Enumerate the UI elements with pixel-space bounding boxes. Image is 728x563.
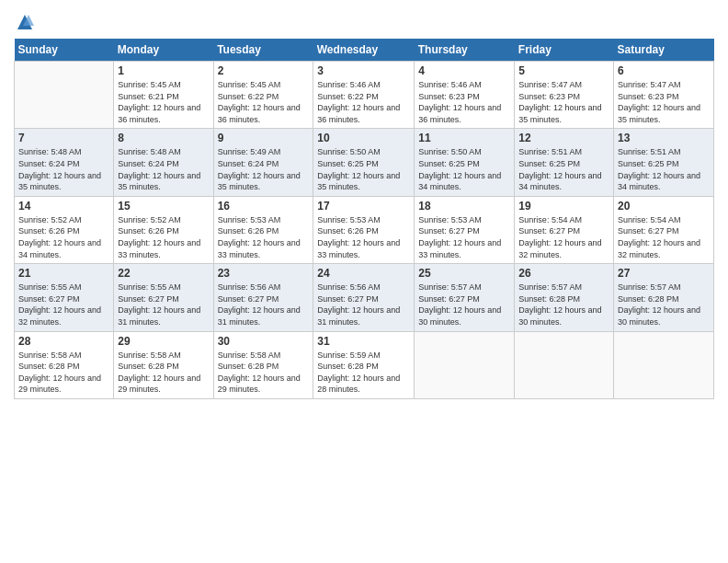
day-number: 9 <box>218 132 310 144</box>
calendar-cell: 27 Sunrise: 5:57 AMSunset: 6:28 PMDaylig… <box>614 264 714 331</box>
calendar-cell: 17 Sunrise: 5:53 AMSunset: 6:26 PMDaylig… <box>313 196 415 263</box>
day-number: 8 <box>118 132 209 144</box>
day-number: 16 <box>218 200 310 213</box>
day-number: 24 <box>317 267 410 280</box>
calendar-cell: 25 Sunrise: 5:57 AMSunset: 6:27 PMDaylig… <box>415 264 515 331</box>
day-info: Sunrise: 5:53 AMSunset: 6:27 PMDaylight:… <box>418 215 501 259</box>
calendar-cell: 30 Sunrise: 5:58 AMSunset: 6:28 PMDaylig… <box>213 331 313 398</box>
calendar-week-row: 21 Sunrise: 5:55 AMSunset: 6:27 PMDaylig… <box>15 264 714 331</box>
day-info: Sunrise: 5:52 AMSunset: 6:26 PMDaylight:… <box>118 215 200 259</box>
day-number: 27 <box>618 267 710 280</box>
day-number: 3 <box>317 64 410 77</box>
day-number: 18 <box>418 200 510 213</box>
day-info: Sunrise: 5:45 AMSunset: 6:21 PMDaylight:… <box>118 80 200 124</box>
day-number: 5 <box>518 64 609 77</box>
day-number: 15 <box>118 200 209 213</box>
calendar-day-header: Monday <box>114 39 213 62</box>
calendar-cell: 13 Sunrise: 5:51 AMSunset: 6:25 PMDaylig… <box>614 129 714 196</box>
day-info: Sunrise: 5:53 AMSunset: 6:26 PMDaylight:… <box>317 215 400 259</box>
day-number: 29 <box>118 335 209 348</box>
calendar-day-header: Friday <box>515 39 614 62</box>
calendar-cell: 12 Sunrise: 5:51 AMSunset: 6:25 PMDaylig… <box>515 129 614 196</box>
day-info: Sunrise: 5:56 AMSunset: 6:27 PMDaylight:… <box>218 282 301 327</box>
day-number: 20 <box>618 200 710 213</box>
calendar-week-row: 28 Sunrise: 5:58 AMSunset: 6:28 PMDaylig… <box>15 331 714 398</box>
calendar-cell: 19 Sunrise: 5:54 AMSunset: 6:27 PMDaylig… <box>515 196 614 263</box>
day-number: 25 <box>418 267 510 280</box>
calendar-cell: 16 Sunrise: 5:53 AMSunset: 6:26 PMDaylig… <box>213 196 313 263</box>
day-number: 28 <box>18 335 109 348</box>
calendar-header-row: SundayMondayTuesdayWednesdayThursdayFrid… <box>15 39 714 62</box>
calendar-cell: 10 Sunrise: 5:50 AMSunset: 6:25 PMDaylig… <box>313 129 415 196</box>
day-number: 2 <box>218 64 310 77</box>
calendar-day-header: Tuesday <box>213 39 313 62</box>
calendar-day-header: Saturday <box>614 39 714 62</box>
day-info: Sunrise: 5:47 AMSunset: 6:23 PMDaylight:… <box>618 80 700 124</box>
calendar-cell <box>614 331 714 398</box>
day-number: 7 <box>18 132 109 144</box>
day-info: Sunrise: 5:55 AMSunset: 6:27 PMDaylight:… <box>118 282 200 327</box>
day-info: Sunrise: 5:55 AMSunset: 6:27 PMDaylight:… <box>18 282 101 327</box>
day-info: Sunrise: 5:50 AMSunset: 6:25 PMDaylight:… <box>317 147 400 191</box>
calendar-day-header: Thursday <box>415 39 515 62</box>
page-container: SundayMondayTuesdayWednesdayThursdayFrid… <box>0 0 728 404</box>
calendar-cell: 23 Sunrise: 5:56 AMSunset: 6:27 PMDaylig… <box>213 264 313 331</box>
day-info: Sunrise: 5:53 AMSunset: 6:26 PMDaylight:… <box>218 215 301 259</box>
calendar-cell: 9 Sunrise: 5:49 AMSunset: 6:24 PMDayligh… <box>213 129 313 196</box>
calendar-cell: 14 Sunrise: 5:52 AMSunset: 6:26 PMDaylig… <box>15 196 114 263</box>
day-number: 30 <box>218 335 310 348</box>
calendar-table: SundayMondayTuesdayWednesdayThursdayFrid… <box>14 39 714 399</box>
day-info: Sunrise: 5:48 AMSunset: 6:24 PMDaylight:… <box>18 147 101 191</box>
day-info: Sunrise: 5:45 AMSunset: 6:22 PMDaylight:… <box>218 80 301 124</box>
calendar-cell: 7 Sunrise: 5:48 AMSunset: 6:24 PMDayligh… <box>15 129 114 196</box>
day-number: 4 <box>418 64 510 77</box>
calendar-cell <box>515 331 614 398</box>
day-info: Sunrise: 5:58 AMSunset: 6:28 PMDaylight:… <box>118 350 200 395</box>
calendar-day-header: Sunday <box>15 39 114 62</box>
calendar-cell: 3 Sunrise: 5:46 AMSunset: 6:22 PMDayligh… <box>313 62 415 129</box>
calendar-cell: 22 Sunrise: 5:55 AMSunset: 6:27 PMDaylig… <box>114 264 213 331</box>
calendar-cell: 1 Sunrise: 5:45 AMSunset: 6:21 PMDayligh… <box>114 62 213 129</box>
day-info: Sunrise: 5:52 AMSunset: 6:26 PMDaylight:… <box>18 215 101 259</box>
calendar-cell: 20 Sunrise: 5:54 AMSunset: 6:27 PMDaylig… <box>614 196 714 263</box>
day-info: Sunrise: 5:58 AMSunset: 6:28 PMDaylight:… <box>18 350 101 395</box>
day-info: Sunrise: 5:59 AMSunset: 6:28 PMDaylight:… <box>317 350 400 395</box>
day-info: Sunrise: 5:48 AMSunset: 6:24 PMDaylight:… <box>118 147 200 191</box>
day-number: 23 <box>218 267 310 280</box>
day-info: Sunrise: 5:46 AMSunset: 6:22 PMDaylight:… <box>317 80 400 124</box>
day-info: Sunrise: 5:58 AMSunset: 6:28 PMDaylight:… <box>218 350 301 395</box>
day-info: Sunrise: 5:56 AMSunset: 6:27 PMDaylight:… <box>317 282 400 327</box>
day-info: Sunrise: 5:57 AMSunset: 6:28 PMDaylight:… <box>618 282 700 327</box>
calendar-cell: 11 Sunrise: 5:50 AMSunset: 6:25 PMDaylig… <box>415 129 515 196</box>
day-info: Sunrise: 5:47 AMSunset: 6:23 PMDaylight:… <box>518 80 601 124</box>
day-info: Sunrise: 5:49 AMSunset: 6:24 PMDaylight:… <box>218 147 301 191</box>
calendar-cell: 21 Sunrise: 5:55 AMSunset: 6:27 PMDaylig… <box>15 264 114 331</box>
calendar-cell: 8 Sunrise: 5:48 AMSunset: 6:24 PMDayligh… <box>114 129 213 196</box>
day-info: Sunrise: 5:54 AMSunset: 6:27 PMDaylight:… <box>518 215 601 259</box>
header <box>14 9 714 31</box>
day-number: 1 <box>118 64 209 77</box>
day-number: 10 <box>317 132 410 144</box>
calendar-cell: 18 Sunrise: 5:53 AMSunset: 6:27 PMDaylig… <box>415 196 515 263</box>
day-number: 6 <box>618 64 710 77</box>
day-number: 11 <box>418 132 510 144</box>
calendar-cell: 24 Sunrise: 5:56 AMSunset: 6:27 PMDaylig… <box>313 264 415 331</box>
calendar-cell: 26 Sunrise: 5:57 AMSunset: 6:28 PMDaylig… <box>515 264 614 331</box>
calendar-cell: 31 Sunrise: 5:59 AMSunset: 6:28 PMDaylig… <box>313 331 415 398</box>
calendar-cell: 2 Sunrise: 5:45 AMSunset: 6:22 PMDayligh… <box>213 62 313 129</box>
day-info: Sunrise: 5:57 AMSunset: 6:28 PMDaylight:… <box>518 282 601 327</box>
calendar-cell <box>415 331 515 398</box>
day-number: 14 <box>18 200 109 213</box>
logo <box>14 9 34 31</box>
calendar-week-row: 1 Sunrise: 5:45 AMSunset: 6:21 PMDayligh… <box>15 62 714 129</box>
day-info: Sunrise: 5:51 AMSunset: 6:25 PMDaylight:… <box>618 147 700 191</box>
calendar-cell <box>15 62 114 129</box>
day-number: 22 <box>118 267 209 280</box>
day-number: 13 <box>618 132 710 144</box>
day-info: Sunrise: 5:54 AMSunset: 6:27 PMDaylight:… <box>618 215 700 259</box>
calendar-cell: 6 Sunrise: 5:47 AMSunset: 6:23 PMDayligh… <box>614 62 714 129</box>
day-info: Sunrise: 5:51 AMSunset: 6:25 PMDaylight:… <box>518 147 601 191</box>
calendar-cell: 4 Sunrise: 5:46 AMSunset: 6:23 PMDayligh… <box>415 62 515 129</box>
day-info: Sunrise: 5:46 AMSunset: 6:23 PMDaylight:… <box>418 80 501 124</box>
day-info: Sunrise: 5:57 AMSunset: 6:27 PMDaylight:… <box>418 282 501 327</box>
